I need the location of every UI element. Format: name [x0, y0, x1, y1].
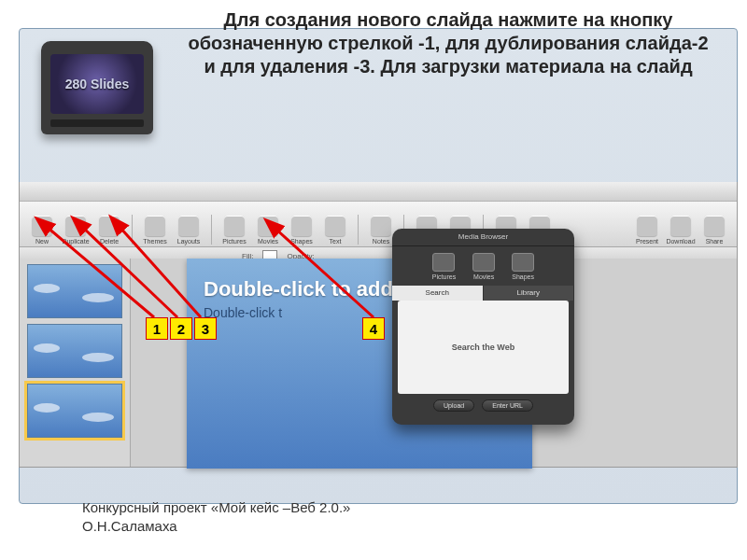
tab-library[interactable]: Library: [484, 286, 575, 301]
callout-2: 2: [170, 317, 192, 340]
media-browser-body: Search the Web: [398, 301, 569, 394]
app-logo: 280 Slides: [32, 41, 162, 153]
shapes-button[interactable]: Shapes: [285, 209, 318, 245]
pictures-button[interactable]: Pictures: [218, 209, 251, 245]
slide-panel: [20, 259, 131, 467]
shapes-icon: [291, 216, 312, 236]
movies-button[interactable]: Movies: [251, 209, 285, 245]
shapes-icon: [512, 253, 534, 272]
media-browser-categories: Pictures Movies Shapes: [392, 246, 574, 286]
media-browser-title: Media Browser: [392, 229, 574, 246]
download-icon: [670, 216, 691, 236]
tutorial-slide: Для создания нового слайда нажмите на кн…: [0, 0, 747, 560]
layouts-icon: [178, 216, 199, 236]
media-browser-footer: Upload Enter URL: [392, 399, 574, 412]
trash-icon: [99, 216, 120, 236]
app-toolbar: New Duplicate Delete Themes Layouts Pict…: [20, 202, 737, 247]
share-button[interactable]: Share: [698, 209, 731, 245]
footer: Конкурсный проект «Мой кейс –Веб 2.0.» О…: [82, 498, 350, 537]
slide-thumbnail[interactable]: [27, 264, 122, 318]
media-pictures-tab[interactable]: Pictures: [432, 253, 456, 280]
pictures-icon: [224, 216, 245, 236]
duplicate-icon: [65, 216, 86, 236]
callout-1: 1: [146, 317, 168, 340]
themes-icon: [145, 216, 165, 236]
workspace: Double-click to add Double-click t: [20, 259, 737, 467]
present-button[interactable]: Present: [630, 209, 664, 245]
callout-3: 3: [194, 317, 217, 340]
upload-button[interactable]: Upload: [433, 399, 474, 412]
themes-button[interactable]: Themes: [138, 209, 172, 245]
play-icon: [637, 216, 657, 236]
browser-tabbar: [20, 182, 737, 202]
share-icon: [704, 216, 725, 236]
layouts-button[interactable]: Layouts: [172, 209, 205, 245]
instruction-text: Для создания нового слайда нажмите на кн…: [187, 8, 710, 78]
slide-thumbnail[interactable]: [27, 324, 122, 378]
plus-icon: [32, 216, 52, 236]
callout-4: 4: [362, 317, 385, 340]
footer-line-2: О.Н.Саламаха: [82, 517, 350, 536]
enter-url-button[interactable]: Enter URL: [482, 399, 533, 412]
pictures-icon: [432, 253, 455, 272]
tab-search[interactable]: Search: [392, 286, 484, 301]
delete-button[interactable]: Delete: [92, 209, 126, 245]
new-button[interactable]: New: [25, 209, 59, 245]
projector-screen-icon: 280 Slides: [41, 41, 153, 134]
text-icon: [325, 216, 345, 236]
footer-line-1: Конкурсный проект «Мой кейс –Веб 2.0.»: [82, 498, 350, 517]
media-movies-tab[interactable]: Movies: [472, 253, 495, 280]
download-button[interactable]: Download: [664, 209, 698, 245]
media-browser[interactable]: Media Browser Pictures Movies Shapes Sea…: [392, 229, 574, 425]
brand-name: 280 Slides: [65, 77, 130, 91]
media-browser-tabs: Search Library: [392, 286, 574, 301]
movies-icon: [258, 216, 278, 236]
movies-icon: [472, 253, 495, 272]
slide-thumbnail[interactable]: [27, 384, 122, 438]
search-hint: Search the Web: [452, 343, 514, 352]
media-shapes-tab[interactable]: Shapes: [512, 253, 534, 280]
duplicate-button[interactable]: Duplicate: [59, 209, 92, 245]
text-button[interactable]: Text: [318, 209, 352, 245]
notes-icon: [371, 216, 391, 236]
